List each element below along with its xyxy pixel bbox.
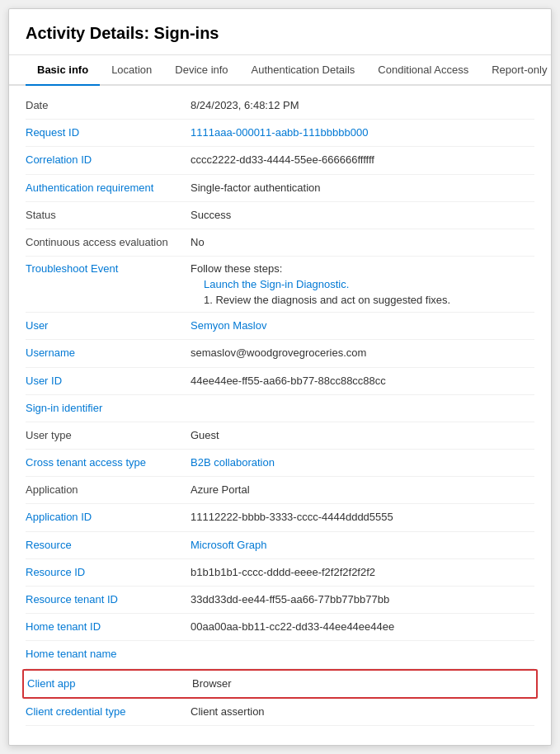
row-auth-requirement: Authentication requirement Single-factor… <box>26 175 534 202</box>
tab-basic-info[interactable]: Basic info <box>26 55 100 86</box>
value-application-id: 11112222-bbbb-3333-cccc-4444dddd5555 <box>191 510 534 525</box>
label-date: Date <box>26 98 191 113</box>
row-request-id: Request ID 1111aaa-000011-aabb-111bbbbb0… <box>26 120 534 147</box>
value-status: Success <box>191 208 534 223</box>
row-resource: Resource Microsoft Graph <box>26 532 534 559</box>
label-user-id: User ID <box>26 374 191 389</box>
tabs-container: Basic info Location Device info Authenti… <box>9 55 551 86</box>
label-auth-requirement: Authentication requirement <box>26 181 191 196</box>
label-status: Status <box>26 208 191 223</box>
row-application: Application Azure Portal <box>26 477 534 504</box>
label-resource: Resource <box>26 538 191 553</box>
value-client-app: Browser <box>192 676 533 691</box>
value-home-tenant-id: 00aa00aa-bb11-cc22-dd33-44ee44ee44ee <box>191 620 534 634</box>
label-client-credential-type: Client credential type <box>26 705 191 719</box>
label-username: Username <box>26 346 191 361</box>
tab-authentication-details[interactable]: Authentication Details <box>240 55 367 86</box>
label-resource-id: Resource ID <box>26 565 191 580</box>
troubleshoot-link[interactable]: Launch the Sign-in Diagnostic. <box>204 278 534 290</box>
tab-report-only[interactable]: Report-only <box>480 55 558 86</box>
label-resource-tenant-id: Resource tenant ID <box>26 592 191 607</box>
row-client-app: Client app Browser <box>22 669 538 699</box>
troubleshoot-follow-text: Follow these steps: <box>191 262 534 275</box>
label-home-tenant-name: Home tenant name <box>26 647 191 662</box>
troubleshoot-content: Follow these steps: Launch the Sign-in D… <box>191 262 534 306</box>
value-user-id: 44ee44ee-ff55-aa66-bb77-88cc88cc88cc <box>191 374 534 389</box>
activity-details-dialog: Activity Details: Sign-ins Basic info Lo… <box>8 8 552 746</box>
label-application: Application <box>26 483 191 497</box>
content-area: Date 8/24/2023, 6:48:12 PM Request ID 11… <box>9 86 551 742</box>
value-correlation-id: cccc2222-dd33-4444-55ee-666666ffffff <box>191 153 534 167</box>
dialog-title: Activity Details: Sign-ins <box>9 9 551 55</box>
value-user[interactable]: Semyon Maslov <box>191 318 534 333</box>
label-continuous-access: Continuous access evaluation <box>26 235 191 250</box>
row-home-tenant-name: Home tenant name <box>26 641 534 668</box>
label-troubleshoot: Troubleshoot Event <box>26 262 191 275</box>
row-date: Date 8/24/2023, 6:48:12 PM <box>26 92 534 120</box>
row-username: Username semaslov@woodgrovegroceries.com <box>26 340 534 367</box>
troubleshoot-step: 1. Review the diagnosis and act on sugge… <box>204 294 534 306</box>
row-signin-identifier: Sign-in identifier <box>26 395 534 422</box>
value-application: Azure Portal <box>191 483 534 497</box>
label-application-id: Application ID <box>26 510 191 525</box>
value-resource-id: b1b1b1b1-cccc-dddd-eeee-f2f2f2f2f2f2 <box>191 565 534 580</box>
value-date: 8/24/2023, 6:48:12 PM <box>191 98 534 113</box>
value-resource[interactable]: Microsoft Graph <box>191 538 534 553</box>
row-user: User Semyon Maslov <box>26 313 534 340</box>
row-resource-tenant-id: Resource tenant ID 33dd33dd-ee44-ff55-aa… <box>26 587 534 614</box>
value-user-type: Guest <box>191 428 534 443</box>
row-correlation-id: Correlation ID cccc2222-dd33-4444-55ee-6… <box>26 147 534 174</box>
label-signin-identifier: Sign-in identifier <box>26 401 191 416</box>
value-resource-tenant-id: 33dd33dd-ee44-ff55-aa66-77bb77bb77bb <box>191 592 534 607</box>
row-client-credential-type: Client credential type Client assertion <box>26 699 534 726</box>
tab-location[interactable]: Location <box>100 55 163 86</box>
value-continuous-access: No <box>191 235 534 250</box>
value-request-id[interactable]: 1111aaa-000011-aabb-111bbbbb000 <box>191 125 534 140</box>
value-cross-tenant-access[interactable]: B2B collaboration <box>191 455 534 470</box>
value-client-credential-type: Client assertion <box>191 705 534 719</box>
label-correlation-id: Correlation ID <box>26 153 191 167</box>
row-user-type: User type Guest <box>26 422 534 450</box>
row-continuous-access: Continuous access evaluation No <box>26 229 534 257</box>
row-troubleshoot: Troubleshoot Event Follow these steps: L… <box>26 257 534 313</box>
label-user-type: User type <box>26 428 191 443</box>
label-client-app: Client app <box>27 676 192 691</box>
row-application-id: Application ID 11112222-bbbb-3333-cccc-4… <box>26 504 534 531</box>
row-resource-id: Resource ID b1b1b1b1-cccc-dddd-eeee-f2f2… <box>26 559 534 587</box>
label-cross-tenant-access: Cross tenant access type <box>26 455 191 470</box>
tab-conditional-access[interactable]: Conditional Access <box>366 55 480 86</box>
tab-device-info[interactable]: Device info <box>163 55 239 86</box>
row-home-tenant-id: Home tenant ID 00aa00aa-bb11-cc22-dd33-4… <box>26 614 534 641</box>
label-request-id: Request ID <box>26 125 191 140</box>
value-username: semaslov@woodgrovegroceries.com <box>191 346 534 361</box>
label-home-tenant-id: Home tenant ID <box>26 620 191 634</box>
row-user-id: User ID 44ee44ee-ff55-aa66-bb77-88cc88cc… <box>26 368 534 395</box>
value-auth-requirement: Single-factor authentication <box>191 181 534 196</box>
row-status: Status Success <box>26 202 534 229</box>
row-cross-tenant-access: Cross tenant access type B2B collaborati… <box>26 450 534 477</box>
label-user: User <box>26 318 191 333</box>
